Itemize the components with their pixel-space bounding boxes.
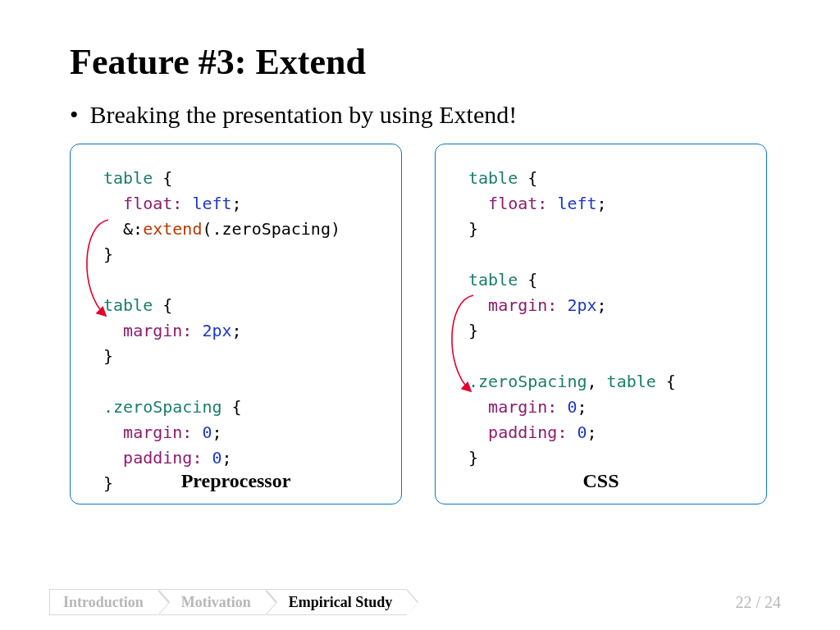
nav-empirical-study[interactable]: Empirical Study bbox=[266, 589, 408, 615]
bullet-text: Breaking the presentation by using Exten… bbox=[90, 101, 518, 129]
breadcrumb-nav: Introduction Motivation Empirical Study bbox=[49, 589, 407, 615]
panel-preprocessor: table { float: left; &:extend(.zeroSpaci… bbox=[70, 144, 402, 504]
panels: table { float: left; &:extend(.zeroSpaci… bbox=[70, 144, 783, 504]
bullet-dot: • bbox=[70, 101, 79, 129]
code-css: table { float: left; } table { margin: 2… bbox=[468, 166, 745, 471]
panel-css: table { float: left; } table { margin: 2… bbox=[435, 144, 767, 504]
nav-label: Introduction bbox=[63, 594, 144, 611]
nav-label: Empirical Study bbox=[289, 594, 393, 611]
panel-label: CSS bbox=[436, 470, 766, 492]
slide-title: Feature #3: Extend bbox=[70, 41, 783, 83]
nav-introduction[interactable]: Introduction bbox=[49, 589, 158, 615]
page-total: 24 bbox=[765, 593, 781, 611]
nav-motivation[interactable]: Motivation bbox=[158, 589, 266, 615]
page-current: 22 bbox=[735, 593, 751, 611]
code-preprocessor: table { float: left; &:extend(.zeroSpaci… bbox=[103, 166, 380, 496]
slide: Feature #3: Extend • Breaking the presen… bbox=[0, 0, 840, 630]
bullet-item: • Breaking the presentation by using Ext… bbox=[70, 101, 783, 129]
page-number: 22 / 24 bbox=[735, 593, 781, 612]
panel-label: Preprocessor bbox=[71, 470, 401, 492]
nav-label: Motivation bbox=[181, 594, 251, 611]
